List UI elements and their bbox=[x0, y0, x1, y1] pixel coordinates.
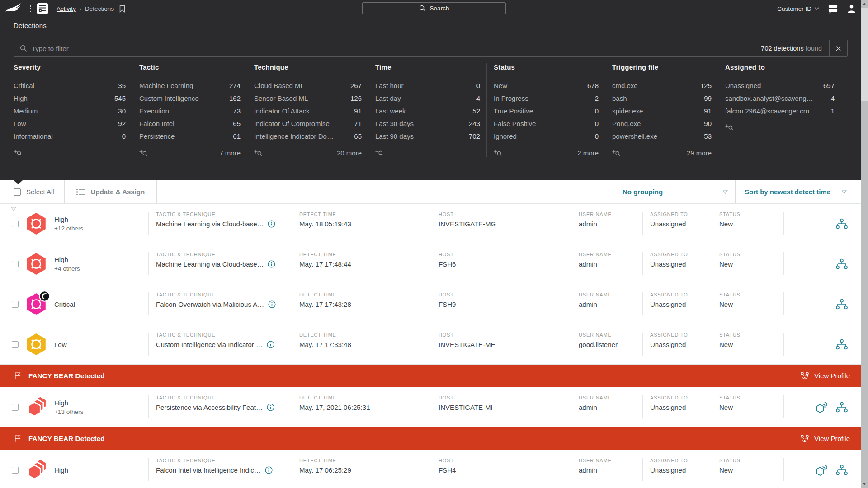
sort-dropdown[interactable]: Sort by newest detect time bbox=[735, 180, 854, 203]
info-icon[interactable] bbox=[268, 220, 275, 228]
add-filter-icon[interactable] bbox=[725, 124, 733, 131]
detection-row[interactable]: High TACTIC & TECHNIQUE Falcon Intel via… bbox=[0, 450, 861, 488]
facet-more-link[interactable]: 7 more bbox=[219, 149, 241, 157]
scroll-up-arrow[interactable] bbox=[863, 3, 866, 5]
facet-item[interactable]: sandbox.analyst@scaveng… 4 bbox=[725, 92, 835, 104]
detection-row[interactable]: Critical TACTIC & TECHNIQUE Falcon Overw… bbox=[0, 284, 861, 324]
info-icon[interactable] bbox=[268, 260, 275, 268]
process-tree-icon[interactable] bbox=[835, 218, 848, 229]
global-search[interactable]: Search bbox=[362, 2, 506, 14]
row-checkbox[interactable] bbox=[12, 341, 19, 348]
info-icon[interactable] bbox=[267, 341, 274, 348]
add-filter-icon[interactable] bbox=[612, 150, 620, 157]
facet-item[interactable]: Last hour 0 bbox=[375, 79, 480, 92]
facet-item[interactable]: falcon 2964@scavenger.cro… 1 bbox=[725, 104, 835, 117]
facet-item[interactable]: Cloud Based ML 267 bbox=[254, 79, 362, 92]
add-filter-icon[interactable] bbox=[254, 150, 262, 157]
facet-item[interactable]: cmd.exe 125 bbox=[612, 79, 712, 92]
facet-item[interactable]: Intelligence Indicator Do… 65 bbox=[254, 130, 362, 142]
facet-item[interactable]: In Progress 2 bbox=[494, 92, 599, 104]
scrollbar-thumb[interactable] bbox=[861, 8, 868, 101]
facet-item[interactable]: Last day 4 bbox=[375, 92, 480, 104]
facet-item[interactable]: Informational 0 bbox=[14, 130, 126, 142]
notifications-icon[interactable] bbox=[827, 4, 839, 14]
facet-item[interactable]: bash 99 bbox=[612, 92, 712, 104]
grouping-dropdown[interactable]: No grouping bbox=[613, 180, 735, 203]
facet-item[interactable]: spider.exe 91 bbox=[612, 104, 712, 117]
add-filter-icon[interactable] bbox=[14, 149, 22, 156]
facet-item[interactable]: Sensor Based ML 126 bbox=[254, 92, 362, 104]
add-filter-icon[interactable] bbox=[139, 150, 147, 157]
facet-item[interactable]: Execution 73 bbox=[139, 104, 241, 117]
full-detection-details-icon[interactable] bbox=[815, 401, 829, 413]
process-tree-icon[interactable] bbox=[835, 402, 848, 413]
row-checkbox[interactable] bbox=[12, 467, 19, 474]
facet-item[interactable]: New 678 bbox=[494, 79, 599, 92]
process-tree-icon[interactable] bbox=[835, 299, 848, 310]
column-label-status: STATUS bbox=[719, 211, 780, 217]
facet-item[interactable]: Indicator Of Compromise 71 bbox=[254, 117, 362, 130]
facet-item-count: 99 bbox=[704, 94, 712, 102]
facet-item[interactable]: Persistence 61 bbox=[139, 130, 241, 142]
scroll-down-arrow[interactable] bbox=[863, 483, 866, 485]
info-icon[interactable] bbox=[268, 300, 276, 308]
detection-row[interactable]: Low TACTIC & TECHNIQUE Custom Intelligen… bbox=[0, 324, 861, 365]
detect-time-value: May. 17 17:33:48 bbox=[299, 341, 351, 348]
clear-filter-button[interactable] bbox=[829, 40, 847, 56]
facet-more-link[interactable]: 29 more bbox=[687, 149, 712, 157]
row-checkbox[interactable] bbox=[12, 261, 19, 267]
row-checkbox[interactable] bbox=[12, 404, 19, 411]
crowdstrike-falcon-logo[interactable] bbox=[5, 2, 24, 15]
facet-item[interactable]: Medium 30 bbox=[14, 104, 126, 117]
facet-item[interactable]: Pong.exe 90 bbox=[612, 117, 712, 130]
full-detection-details-icon[interactable] bbox=[815, 464, 829, 476]
info-icon[interactable] bbox=[267, 404, 274, 411]
detect-time-value: May. 18 05:19:43 bbox=[299, 220, 351, 228]
detection-row[interactable]: High +4 others TACTIC & TECHNIQUE Machin… bbox=[0, 244, 861, 284]
info-icon[interactable] bbox=[265, 466, 273, 474]
facet-item[interactable]: Last 30 days 243 bbox=[375, 117, 480, 130]
select-all-control[interactable]: Select All bbox=[0, 180, 64, 203]
facet-more-link[interactable]: 20 more bbox=[337, 149, 362, 157]
add-filter-icon[interactable] bbox=[375, 149, 383, 156]
detection-row[interactable]: High +13 others TACTIC & TECHNIQUE Persi… bbox=[0, 387, 861, 427]
facet-item[interactable]: Indicator Of Attack 91 bbox=[254, 104, 362, 117]
facet-item[interactable]: Custom Intelligence 162 bbox=[139, 92, 241, 104]
facet-item[interactable]: Ignored 0 bbox=[494, 130, 599, 142]
facet-item[interactable]: False Positive 0 bbox=[494, 117, 599, 130]
view-profile-button[interactable]: View Profile bbox=[791, 365, 861, 387]
column-label-detect-time: DETECT TIME bbox=[299, 252, 427, 257]
detection-row[interactable]: High +12 others TACTIC & TECHNIQUE Machi… bbox=[0, 204, 861, 244]
update-assign-button[interactable]: Update & Assign bbox=[65, 180, 156, 203]
row-checkbox[interactable] bbox=[12, 301, 19, 308]
customer-id-label: Customer ID bbox=[777, 5, 811, 12]
facet-item[interactable]: Machine Learning 274 bbox=[139, 79, 241, 92]
process-tree-icon[interactable] bbox=[835, 465, 848, 475]
row-checkbox[interactable] bbox=[12, 221, 19, 227]
add-filter-icon[interactable] bbox=[494, 150, 502, 157]
process-tree-icon[interactable] bbox=[835, 258, 848, 269]
process-tree-icon[interactable] bbox=[835, 339, 848, 350]
breadcrumb-activity-link[interactable]: Activity bbox=[57, 5, 76, 12]
activity-app-icon[interactable] bbox=[37, 3, 48, 14]
select-all-checkbox[interactable] bbox=[14, 188, 21, 196]
facet-item[interactable]: Unassigned 697 bbox=[725, 79, 835, 92]
page-scrollbar[interactable] bbox=[861, 0, 868, 488]
facet-item[interactable]: Low 92 bbox=[14, 117, 126, 130]
facet-item[interactable]: High 545 bbox=[14, 92, 126, 104]
facet-more-link[interactable]: 2 more bbox=[577, 149, 599, 157]
facet-title: Status bbox=[494, 63, 599, 71]
facet-item[interactable]: Falcon Intel 65 bbox=[139, 117, 241, 130]
facet-item[interactable]: Last 90 days 702 bbox=[375, 130, 480, 142]
facet-item-label: Critical bbox=[14, 82, 34, 89]
bookmark-icon[interactable] bbox=[119, 5, 125, 13]
customer-id-dropdown[interactable]: Customer ID bbox=[777, 5, 819, 12]
app-menu-icon[interactable] bbox=[30, 5, 31, 12]
facet-item[interactable]: powershell.exe 53 bbox=[612, 130, 712, 142]
facet-item[interactable]: Last week 52 bbox=[375, 104, 480, 117]
filter-input[interactable]: Type to filter 702 detections found bbox=[14, 40, 848, 57]
user-profile-icon[interactable] bbox=[847, 4, 856, 14]
facet-item[interactable]: Critical 35 bbox=[14, 79, 126, 92]
facet-item[interactable]: True Positive 0 bbox=[494, 104, 599, 117]
view-profile-button[interactable]: View Profile bbox=[791, 427, 861, 450]
